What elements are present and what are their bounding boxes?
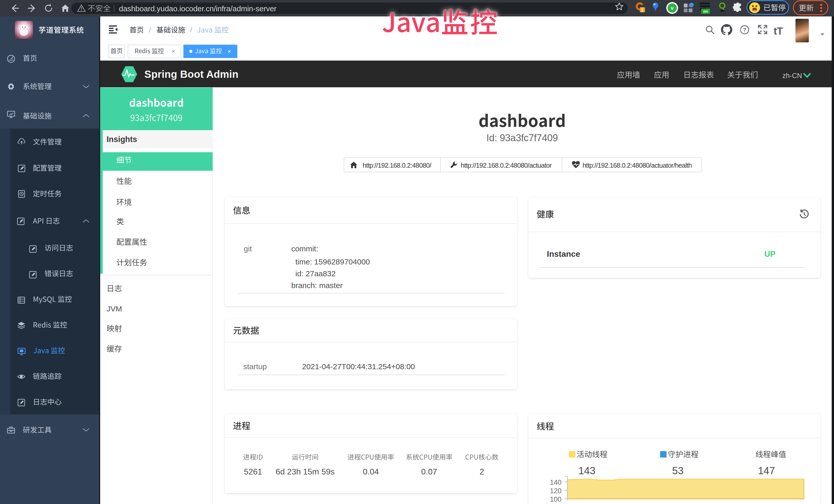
svg-text:on: on [703,9,708,13]
svg-text:v: v [671,5,674,11]
svg-text:1: 1 [641,8,644,12]
svg-text:?: ? [743,27,746,32]
